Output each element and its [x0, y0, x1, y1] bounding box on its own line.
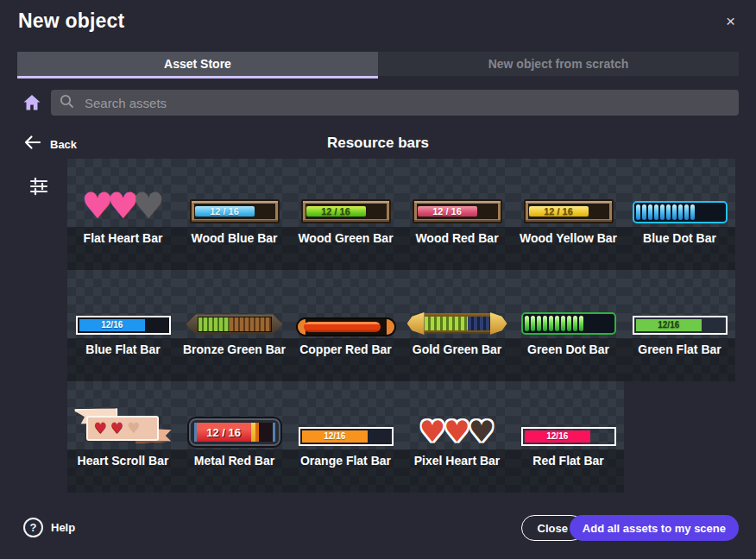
asset-tile[interactable]: 12 / 16Wood Yellow Bar: [513, 159, 624, 270]
asset-name: Green Dot Bar: [513, 338, 624, 381]
page-title: New object: [18, 9, 124, 33]
wood-bar-preview: 12 / 16: [301, 199, 391, 223]
bar-value: 12 / 16: [210, 207, 239, 217]
asset-grid: ♥♥♥Flat Heart Bar12 / 16Wood Blue Bar12 …: [67, 159, 735, 493]
search-icon: [60, 94, 83, 112]
asset-name: Copper Red Bar: [290, 338, 401, 381]
flat-bar-preview: 12/16: [521, 427, 616, 446]
asset-tile[interactable]: 12 / 16Wood Blue Bar: [179, 159, 290, 270]
asset-tile[interactable]: Blue Dot Bar: [624, 159, 735, 270]
bar-value: 12/16: [546, 432, 568, 441]
asset-name: Bronze Green Bar: [179, 338, 290, 381]
tab-bar: Asset Store New object from scratch: [17, 52, 739, 76]
flat-bar-preview: 12/16: [299, 427, 394, 446]
scroll-banner-preview: ♥♥♥: [75, 405, 172, 446]
asset-name: Green Flat Bar: [624, 338, 735, 381]
asset-name: Wood Blue Bar: [179, 227, 290, 270]
asset-tile[interactable]: ♥♥♥Pixel Heart Bar: [401, 381, 513, 493]
asset-name: Orange Flat Bar: [290, 449, 401, 493]
asset-tile[interactable]: Gold Green Bar: [401, 270, 513, 381]
bar-value: 12 / 16: [544, 207, 573, 217]
bar-value: 12 / 16: [321, 207, 350, 217]
asset-tile[interactable]: 12/16Blue Flat Bar: [67, 270, 179, 381]
gold-bar-preview: [407, 312, 507, 335]
heart-icons: ♥♥♥: [85, 189, 161, 223]
asset-name: Pixel Heart Bar: [401, 449, 513, 493]
asset-tile[interactable]: ♥♥♥Heart Scroll Bar: [67, 381, 179, 493]
active-tab-underline: [17, 76, 378, 79]
filter-button[interactable]: [28, 176, 49, 197]
dot-bar-preview: [521, 312, 616, 335]
asset-name: Gold Green Bar: [401, 338, 513, 381]
metal-bar-preview: 12 / 16: [189, 418, 280, 446]
asset-tile[interactable]: 12 / 16Metal Red Bar: [179, 381, 290, 493]
asset-tile[interactable]: 12/16Green Flat Bar: [624, 270, 735, 381]
pixel-heart-icons: ♥♥♥: [420, 417, 494, 446]
asset-name: Metal Red Bar: [179, 449, 290, 493]
pixel-heart-icon: ♥: [444, 417, 469, 446]
help-label: Help: [51, 521, 75, 534]
asset-name: Wood Yellow Bar: [513, 227, 624, 270]
heart-icon: ♥: [132, 189, 165, 223]
asset-tile[interactable]: 12/16Red Flat Bar: [513, 381, 624, 493]
asset-tile[interactable]: 12/16Orange Flat Bar: [290, 381, 401, 493]
asset-tile[interactable]: Copper Red Bar: [290, 270, 401, 381]
new-object-dialog: New object × Asset Store New object from…: [0, 0, 756, 559]
tab-new-object-from-scratch[interactable]: New object from scratch: [378, 52, 739, 76]
copper-bar-preview: [298, 319, 394, 335]
asset-tile[interactable]: ♥♥♥Flat Heart Bar: [67, 159, 179, 270]
asset-name: Wood Red Bar: [401, 227, 513, 270]
wood-bar-preview: 12 / 16: [524, 199, 614, 223]
pixel-heart-icon: ♥: [469, 417, 495, 446]
home-button[interactable]: [22, 93, 41, 112]
home-icon: [22, 100, 41, 115]
asset-name: Blue Flat Bar: [67, 338, 179, 381]
bar-value: 12/16: [324, 432, 345, 441]
bar-value: 12 / 16: [432, 207, 462, 217]
wood-bar-preview: 12 / 16: [190, 199, 280, 223]
asset-name: Flat Heart Bar: [67, 227, 179, 270]
add-all-assets-button[interactable]: Add all assets to my scene: [570, 515, 739, 541]
search-bar: [51, 90, 739, 116]
asset-tile[interactable]: 12 / 16Wood Green Bar: [290, 159, 401, 270]
asset-name: Heart Scroll Bar: [67, 449, 179, 493]
flat-bar-preview: 12/16: [76, 316, 171, 335]
close-icon[interactable]: ×: [726, 13, 735, 29]
bar-value: 12/16: [658, 321, 679, 330]
bronze-bar-preview: [186, 314, 283, 335]
wood-bar-preview: 12 / 16: [413, 199, 502, 223]
bar-value: 12/16: [101, 321, 123, 330]
tab-asset-store[interactable]: Asset Store: [17, 52, 378, 76]
pixel-heart-icon: ♥: [419, 417, 445, 446]
flat-bar-preview: 12/16: [633, 316, 728, 335]
dot-bar-preview: [633, 201, 728, 223]
asset-tile[interactable]: 12 / 16Wood Red Bar: [401, 159, 513, 270]
bar-value: 12 / 16: [206, 427, 241, 438]
section-title: Resource bars: [0, 135, 756, 152]
help-button[interactable]: ? Help: [23, 518, 75, 537]
asset-tile[interactable]: Green Dot Bar: [513, 270, 624, 381]
asset-name: Blue Dot Bar: [624, 227, 735, 270]
asset-name: Red Flat Bar: [513, 449, 624, 493]
asset-tile[interactable]: Bronze Green Bar: [179, 270, 290, 381]
help-icon: ?: [23, 518, 43, 537]
search-input[interactable]: [83, 95, 730, 111]
asset-name: Wood Green Bar: [290, 227, 401, 270]
filter-sliders-icon: [28, 185, 49, 199]
